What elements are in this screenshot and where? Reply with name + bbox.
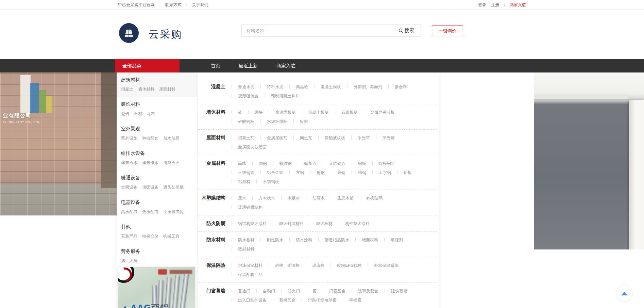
topbar-link-about[interactable]: 关于我们 (192, 2, 208, 8)
mega-item-link[interactable]: 胶粉EPS颗粒 (337, 263, 361, 268)
mega-row-label[interactable]: 屋面材料 (198, 133, 225, 151)
aag-aluminum-ad-image[interactable]: ▲AAG亞鋁 (118, 267, 195, 308)
sidebar-subcategory-link[interactable]: 电梯仓储 (142, 233, 158, 239)
mega-item-link[interactable]: 自动门 (263, 289, 275, 293)
mega-item-link[interactable]: 砌块 (255, 110, 263, 115)
mega-item-link[interactable]: 铝板 (404, 170, 412, 175)
mega-item-link[interactable]: 混凝土模板 (321, 84, 341, 89)
mega-item-link[interactable]: 原木 (238, 196, 246, 200)
mega-item-link[interactable]: 消防排烟电动窗 (308, 298, 337, 303)
mega-item-link[interactable]: 保温配套产品 (238, 272, 262, 277)
sidebar-category-title[interactable]: 给排水设备 (121, 150, 194, 157)
mega-item-link[interactable]: 出入口防护设备 (238, 298, 267, 303)
mega-item-link[interactable]: 普通门 (238, 289, 250, 293)
mega-item-link[interactable]: 填缝剂 (391, 238, 403, 242)
mega-item-link[interactable]: 铝型材 (238, 179, 250, 184)
sidebar-subcategory-link[interactable]: 机械工具 (163, 233, 180, 239)
sidebar-subcategory-link[interactable]: 石材 (134, 111, 142, 117)
mega-item-link[interactable]: 不锈钢板 (263, 179, 279, 184)
mega-item-link[interactable]: 特种水泥 (267, 84, 283, 89)
sidebar-subcategory-link[interactable]: 苗木信息 (163, 135, 180, 141)
mega-item-link[interactable]: 无缝钢管 (329, 161, 345, 166)
mega-item-link[interactable]: 采光罩 (358, 135, 370, 140)
mega-item-link[interactable]: 角钢 (317, 170, 325, 175)
mega-item-link[interactable]: 防火门 (288, 289, 300, 293)
mega-item-link[interactable]: 外加剂、界面剂 (354, 84, 382, 89)
mega-item-link[interactable]: 高线 (238, 161, 246, 166)
banner-photo-left-building[interactable]: 业有限公司 AL INDUSTRY CO., LTD. (0, 72, 117, 215)
mega-item-link[interactable]: 不锈钢管 (238, 170, 254, 175)
mega-item-link[interactable]: 建筑幕墙 (391, 289, 407, 293)
mega-item-link[interactable]: 螺旋管 (304, 161, 317, 166)
mega-row-label[interactable]: 混凝土 (198, 82, 225, 100)
mega-item-link[interactable]: 防腐木 (312, 196, 325, 200)
brand-logo-icon[interactable] (119, 23, 139, 43)
nav-item-merchant-join[interactable]: 商家入驻 (276, 59, 295, 72)
mega-item-link[interactable]: 玻璃棉 (312, 263, 324, 268)
mega-row-label[interactable]: 木塑膜结构 (198, 193, 225, 212)
mega-item-link[interactable]: 防火板材 (316, 221, 333, 226)
mega-item-link[interactable]: 石膏板材 (341, 110, 358, 115)
mega-item-link[interactable]: 聚酯波纹板 (325, 135, 345, 140)
mega-item-link[interactable]: 普通水泥 (238, 84, 254, 89)
sidebar-subcategory-link[interactable]: 高压配电 (121, 209, 137, 215)
mega-item-link[interactable]: 预制混凝土构件 (271, 94, 300, 98)
sidebar-subcategory-link[interactable]: 空调设备 (121, 184, 137, 190)
mega-item-link[interactable]: 阳光房 (383, 135, 395, 140)
mega-item-link[interactable]: 金属面夹芯屋面 (238, 145, 267, 149)
mega-row-label[interactable]: 金属材料 (198, 159, 225, 186)
sidebar-subcategory-link[interactable]: 供暖设备 (142, 184, 158, 190)
mega-item-link[interactable]: 钢板 (358, 161, 366, 166)
sidebar-category-title[interactable]: 劳务服务 (121, 248, 194, 255)
banner-photo-right-building[interactable] (534, 72, 644, 249)
mega-row-label[interactable]: 防火防腐 (198, 219, 225, 228)
mega-item-link[interactable]: 刚性防水 (267, 238, 283, 242)
sidebar-subcategory-link[interactable]: 瓷砖 (121, 111, 129, 117)
sidebar-subcategory-link[interactable]: 施工人员 (121, 258, 137, 264)
mega-item-link[interactable]: 木板材 (288, 196, 300, 200)
sidebar-subcategory-link[interactable]: 安装产品 (121, 233, 137, 239)
mega-item-link[interactable]: 圆钢 (259, 161, 267, 166)
mega-item-link[interactable]: 堵漏材料 (362, 238, 378, 242)
mega-item-link[interactable]: 防水涂料 (296, 238, 312, 242)
mega-item-link[interactable]: 掺合料 (395, 84, 407, 89)
merchant-join-link[interactable]: 商家入驻 (510, 2, 526, 8)
one-click-quote-button[interactable]: 一键询价 (432, 26, 463, 36)
brand-name[interactable]: 云采购 (149, 28, 182, 42)
topbar-link-official-site[interactable]: 甲己云采购平台官网 (118, 2, 155, 8)
mega-row-label[interactable]: 保温隔热 (198, 261, 225, 279)
nav-item-home[interactable]: 首页 (211, 59, 220, 72)
sidebar-subcategory-link[interactable]: 低压配电 (142, 209, 158, 215)
mega-item-link[interactable]: 槽钢 (358, 170, 366, 175)
mega-item-link[interactable]: 岩棉、矿渣棉 (275, 263, 300, 268)
mega-item-link[interactable]: 金属面夹芯板 (370, 110, 395, 115)
mega-item-link[interactable]: 铝合金管 (267, 170, 283, 175)
sidebar-category-title[interactable]: 装饰材料 (121, 101, 194, 108)
sidebar-category-title[interactable]: 其他 (121, 224, 194, 230)
mega-item-link[interactable]: 工字钢 (379, 170, 391, 175)
scroll-to-top-button[interactable] (616, 285, 632, 302)
sidebar-subcategory-link[interactable]: 通风防排烟 (163, 184, 184, 190)
mega-item-link[interactable]: 钢结构防火涂料 (238, 221, 267, 226)
mega-item-link[interactable]: 生态木塑 (337, 196, 354, 200)
register-link[interactable]: 注册 (491, 2, 499, 8)
sidebar-subcategory-link[interactable]: 屋面材料 (159, 86, 175, 92)
mega-item-link[interactable]: 幕墙五金 (279, 298, 295, 303)
sidebar-subcategory-link[interactable]: 建筑排水 (142, 160, 158, 166)
mega-item-link[interactable]: 防火封堵材料 (279, 221, 304, 226)
sidebar-subcategory-link[interactable]: 变压器电源 (163, 209, 184, 215)
mega-item-link[interactable]: 焊接钢管 (379, 161, 395, 166)
mega-item-link[interactable]: 有机玻璃 (366, 196, 383, 200)
mega-item-link[interactable]: 混凝土瓦 (238, 135, 254, 140)
mega-item-link[interactable]: 外墙保温系统 (374, 263, 399, 268)
mega-item-link[interactable]: 方木枕木 (259, 196, 275, 200)
search-input[interactable] (241, 25, 392, 37)
mega-item-link[interactable]: 防水卷材 (238, 238, 254, 242)
topbar-link-contact[interactable]: 联系方式 (165, 2, 182, 8)
mega-item-link[interactable]: 扁钢 (337, 170, 345, 175)
mega-item-link[interactable]: 商品砼 (296, 84, 308, 89)
mega-item-link[interactable]: 金属屋面瓦 (267, 135, 287, 140)
sidebar-subcategory-link[interactable]: 种植配套 (142, 135, 158, 141)
mega-item-link[interactable]: 玻璃钢膜结构 (238, 205, 262, 210)
sidebar-category-title[interactable]: 建筑材料 (121, 77, 194, 83)
